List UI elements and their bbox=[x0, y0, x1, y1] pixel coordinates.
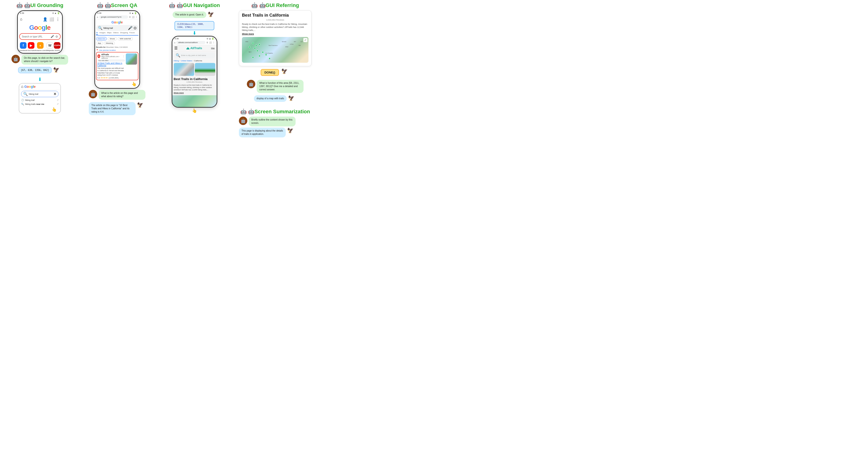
inset-header: ⌂ Google bbox=[19, 84, 60, 90]
col-screen-qa: 🤖 🤖Screen QA 6:36 ⊝ ▲ 🔋 ⌂ google.com/sea… bbox=[79, 2, 156, 138]
alltrails-site-icon: A bbox=[97, 54, 100, 58]
hamburger-icon[interactable]: ☰ bbox=[174, 46, 178, 50]
section-title-referring: 🤖 🤖GUI Referring bbox=[251, 2, 299, 8]
trail-search[interactable]: 🔍 Enter a city, park or trail name bbox=[174, 53, 215, 58]
tab-icon-qa[interactable]: ⬜ bbox=[132, 16, 134, 18]
amazon-icon: a bbox=[37, 42, 43, 49]
visit-badge: You visit often bbox=[97, 60, 125, 62]
wifi-icon-qa: ⊝ ▲ 🔋 bbox=[129, 12, 137, 14]
tab-maps[interactable]: Maps bbox=[107, 32, 112, 35]
status-time: 6:36 bbox=[20, 12, 24, 14]
result-title[interactable]: 10 Best Trails and Hikes in California bbox=[97, 62, 125, 67]
arrow-icon-1: ↗ bbox=[57, 99, 59, 101]
state-label-wy: WY bbox=[294, 41, 296, 42]
menu-icon[interactable]: ⋮ bbox=[56, 17, 60, 22]
grounding-question: On this page, to click on the search bar… bbox=[21, 55, 68, 65]
ref-card-title: Best Trails in California bbox=[242, 13, 308, 18]
trail-show-more[interactable]: Show more bbox=[173, 91, 217, 94]
search-bar-qa[interactable]: 🔍 hiking trail 🎤 ⊙ bbox=[96, 25, 138, 31]
chip-app[interactable]: App bbox=[96, 41, 103, 45]
tab-icon-nav[interactable]: ⬜ bbox=[209, 41, 212, 44]
click-code-box: CLICK(bbox=[33, 1688, 1194, 1796]) bbox=[175, 21, 214, 30]
statusbar-1: 6:36 ⊝ ▲ 🔋 bbox=[18, 11, 62, 15]
home-icon-nav[interactable]: ⌂ bbox=[174, 41, 176, 44]
map-link[interactable]: Map bbox=[211, 47, 215, 49]
tab-shopping[interactable]: Shopping bbox=[120, 32, 128, 35]
crumb-hiking[interactable]: Hiking bbox=[174, 60, 179, 62]
shortcut-youtube[interactable]: ▶ YouTube bbox=[27, 42, 35, 52]
hand-cursor-nav: 👆 bbox=[192, 108, 197, 113]
share-icon-nav[interactable]: ⇪ bbox=[206, 41, 208, 44]
tab-images[interactable]: Images bbox=[99, 32, 105, 35]
qa-question: What is the article on this page and wha… bbox=[99, 90, 146, 100]
arrow-icon-2: ↗ bbox=[57, 103, 59, 105]
section-title-qa: 🤖 🤖Screen QA bbox=[97, 2, 137, 8]
qa-answer: The article on this page is "10 Best Tra… bbox=[89, 102, 135, 115]
suggest-2[interactable]: 🔍 hiking trails near me ↗ bbox=[19, 102, 60, 106]
tab-forum[interactable]: Forum bbox=[129, 32, 135, 35]
hand-row-nav: 👆 bbox=[192, 108, 197, 113]
mic-icon-qa[interactable]: 🎤 bbox=[128, 26, 132, 30]
shortcut-facebook[interactable]: f Facebook bbox=[19, 42, 27, 52]
robot-avatar-qa: 🤖 bbox=[89, 90, 97, 98]
suggest-text-2: hiking trails near me bbox=[25, 103, 44, 105]
chip-waterfall[interactable]: With waterfall bbox=[118, 37, 133, 40]
bird-icon-1: 🦅 bbox=[53, 67, 62, 75]
trail-images bbox=[173, 62, 217, 76]
search-bar[interactable]: Search or type URL 🎤 ⊙ bbox=[19, 33, 61, 40]
chat-qa-a: The article on this page is "10 Best Tra… bbox=[89, 102, 146, 115]
summ-question: Briefly outline the content shown by thi… bbox=[249, 117, 296, 126]
chip-meaning[interactable]: Meaning bbox=[104, 41, 115, 45]
crumb-arrow-1: › bbox=[180, 60, 180, 62]
suggest-1[interactable]: 🕐 hiking trail ↗ bbox=[19, 98, 60, 102]
chip-shoes[interactable]: Shoes bbox=[108, 37, 117, 40]
account-icon[interactable]: 👤 bbox=[43, 17, 48, 22]
menu-icon-nav[interactable]: ⋮ bbox=[213, 41, 215, 44]
referring-card: Best Trails in California 4,500,864 Revi… bbox=[239, 10, 311, 66]
trail-dot-10 bbox=[252, 56, 254, 58]
shortcuts-row: f Facebook ▶ YouTube a Amazon.com W Wiki… bbox=[19, 42, 61, 52]
search-query: hiking trail bbox=[103, 27, 127, 29]
use-precise-location[interactable]: 📍 Use precise location bbox=[96, 49, 138, 51]
down-arrow-nav: ⬇ bbox=[192, 30, 196, 36]
shortcut-wikipedia[interactable]: W Wikipedia bbox=[46, 42, 54, 52]
time-qa: 6:36 bbox=[97, 12, 102, 14]
nav-icon: 🤖 bbox=[169, 2, 175, 8]
trail-desc: Ready to check out the best trails in Ca… bbox=[173, 84, 217, 91]
star-icons: ★★★★½ bbox=[100, 77, 109, 79]
section-title-grounding: 🤖 🤖UI Grounding bbox=[17, 2, 63, 8]
chip-near-me[interactable]: Near me bbox=[96, 37, 107, 40]
answer-coord: [67, 630, 1356, 842] bbox=[18, 67, 52, 73]
map-expand-btn[interactable]: ⤢ bbox=[303, 38, 308, 42]
status-icons-qa: ⊝ ▲ 🔋 bbox=[129, 12, 137, 14]
search-icon-2: 🔍 bbox=[21, 103, 24, 105]
url-bar-nav[interactable]: alltrails.com/us/californi bbox=[176, 41, 206, 44]
trail-dot-11 bbox=[248, 46, 250, 48]
home-icon[interactable]: ⌂ bbox=[20, 17, 23, 22]
clear-icon[interactable]: ✕ bbox=[53, 92, 57, 96]
grounding-icon: 🤖 bbox=[17, 2, 23, 8]
tab-icon[interactable]: ⬜ bbox=[50, 17, 54, 22]
inset-search-bar[interactable]: 🔍 hiking trail ✕ bbox=[21, 91, 59, 97]
rating-value: 4.4 bbox=[97, 77, 100, 79]
ref-show-more[interactable]: Show more bbox=[242, 33, 308, 35]
home-icon-qa[interactable]: ⌂ bbox=[97, 16, 98, 18]
espn-label: ESPN bbox=[55, 50, 60, 52]
menu-icon-qa[interactable]: ⋮ bbox=[135, 16, 137, 18]
tab-videos[interactable]: Videos bbox=[113, 32, 119, 35]
map-dots: IDAHO WY UTAH ARIZ CO NM ORE NEV San Fra… bbox=[242, 37, 308, 63]
tab-all[interactable]: All bbox=[96, 32, 98, 35]
lens-icon[interactable]: ⊙ bbox=[56, 35, 58, 38]
location-text: Mountain View, CA 94043 bbox=[106, 46, 128, 48]
shortcut-espn[interactable]: ESPN ESPN bbox=[54, 42, 60, 52]
trail-reviews: 4,500,864 Reviews bbox=[173, 81, 217, 84]
state-label-ca: San Francisco bbox=[269, 45, 278, 46]
lens-icon-qa[interactable]: ⊙ bbox=[133, 26, 136, 30]
share-icon-qa[interactable]: ⇪ bbox=[129, 16, 131, 18]
url-bar-qa[interactable]: google.com/search?q=hi bbox=[99, 15, 128, 19]
mic-icon[interactable]: 🎤 bbox=[51, 35, 54, 38]
main-container: 🤖 🤖UI Grounding 6:36 ⊝ ▲ 🔋 ⌂ 👤 ⬜ bbox=[0, 0, 434, 141]
shortcut-amazon[interactable]: a Amazon.com bbox=[35, 42, 46, 52]
result-menu-icon[interactable]: ⋮ bbox=[123, 55, 125, 58]
crumb-us[interactable]: United States bbox=[181, 60, 192, 62]
